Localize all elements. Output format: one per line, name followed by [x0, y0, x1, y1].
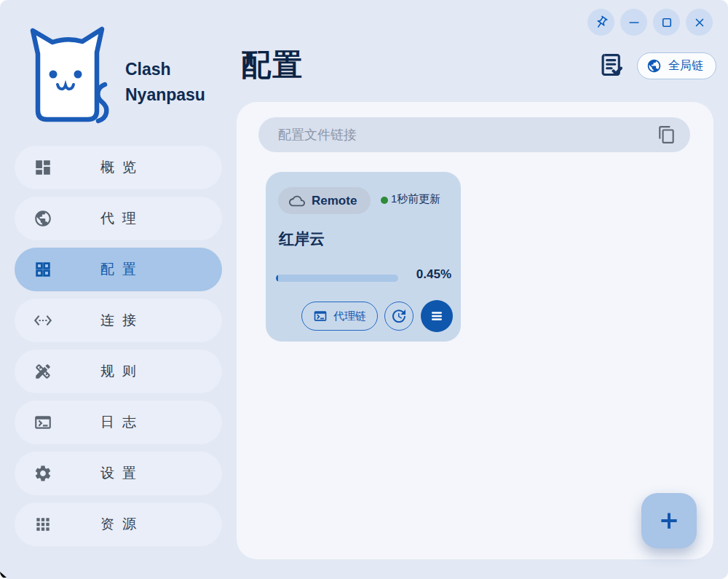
sidebar-item-label: 设置 [92, 464, 144, 483]
card-actions: 代理链 [301, 300, 453, 332]
terminal-icon [313, 309, 328, 323]
gear-icon [33, 464, 52, 483]
design-services-icon [33, 362, 52, 381]
profile-menu-button[interactable] [421, 300, 453, 332]
plus-icon [657, 508, 681, 533]
globe-icon [646, 58, 662, 74]
profile-type-label: Remote [312, 194, 357, 208]
sidebar-item-label: 规则 [92, 362, 144, 381]
maximize-icon [660, 16, 673, 29]
ethernet-icon [33, 311, 52, 330]
sidebar-item-label: 连接 [92, 311, 144, 330]
sidebar-item-label: 日志 [92, 413, 144, 432]
sidebar-item-label: 代理 [92, 209, 144, 228]
mouse-cursor [0, 570, 9, 579]
sidebar-item-settings[interactable]: 设置 [15, 452, 222, 495]
sidebar-item-proxy[interactable]: 代理 [15, 197, 222, 240]
app-logo: Clash Nyanpasu [26, 26, 230, 128]
cloud-icon [289, 193, 305, 209]
global-chain-button[interactable]: 全局链 [637, 52, 716, 79]
grid-icon [33, 260, 52, 279]
copy-icon [657, 135, 676, 146]
sidebar-item-logs[interactable]: 日志 [15, 401, 222, 444]
app-window: Clash Nyanpasu 概览 代理 配置 [0, 0, 728, 579]
add-profile-button[interactable] [641, 493, 697, 548]
sidebar-item-label: 资源 [92, 515, 144, 534]
sidebar-item-rules[interactable]: 规则 [15, 350, 222, 393]
status-dot [381, 197, 388, 204]
globe-icon [33, 209, 52, 228]
progress-fill [276, 275, 278, 282]
profile-card[interactable]: Remote 1秒前更新 红岸云 0.45% 代理链 [266, 172, 461, 342]
profile-url-input[interactable] [258, 117, 690, 152]
update-profile-button[interactable] [384, 302, 414, 331]
close-button[interactable] [686, 9, 713, 36]
pin-button[interactable] [587, 9, 614, 36]
dashboard-icon [33, 158, 52, 177]
maximize-button[interactable] [653, 9, 680, 36]
profiles-panel: Remote 1秒前更新 红岸云 0.45% 代理链 [237, 102, 713, 559]
sidebar-item-overview[interactable]: 概览 [15, 146, 222, 189]
runtime-config-button[interactable] [597, 51, 626, 80]
proxy-chain-button[interactable]: 代理链 [301, 302, 378, 331]
terminal-icon [33, 413, 52, 432]
minimize-button[interactable] [620, 9, 647, 36]
global-chain-label: 全局链 [668, 58, 703, 74]
apps-icon [33, 515, 52, 534]
cat-logo-icon [26, 26, 115, 128]
profile-name: 红岸云 [279, 229, 325, 249]
minimize-icon [627, 15, 641, 30]
close-icon [693, 16, 706, 29]
paste-clipboard-button[interactable] [657, 125, 676, 144]
update-icon [390, 307, 408, 325]
usage-progress-bar [276, 275, 398, 282]
proxy-chain-label: 代理链 [333, 310, 366, 323]
sidebar-item-connections[interactable]: 连接 [15, 299, 222, 342]
sidebar-item-resources[interactable]: 资源 [15, 503, 222, 546]
updated-text: 1秒前更新 [391, 192, 458, 206]
sidebar: Clash Nyanpasu 概览 代理 配置 [0, 0, 237, 579]
menu-icon [428, 307, 446, 325]
sidebar-nav: 概览 代理 配置 连接 [15, 146, 222, 554]
app-title: Clash Nyanpasu [125, 57, 205, 108]
page-title: 配置 [241, 45, 304, 85]
usage-percent-label: 0.45% [416, 267, 451, 282]
app-title-line2: Nyanpasu [125, 82, 205, 108]
pin-icon [594, 15, 609, 30]
sidebar-item-label: 概览 [92, 158, 144, 177]
app-title-line1: Clash [125, 57, 205, 82]
profile-type-chip: Remote [278, 187, 371, 214]
sidebar-item-label: 配置 [92, 260, 144, 279]
document-check-icon [598, 70, 625, 81]
window-controls [587, 9, 713, 36]
sidebar-item-profiles[interactable]: 配置 [15, 248, 222, 291]
